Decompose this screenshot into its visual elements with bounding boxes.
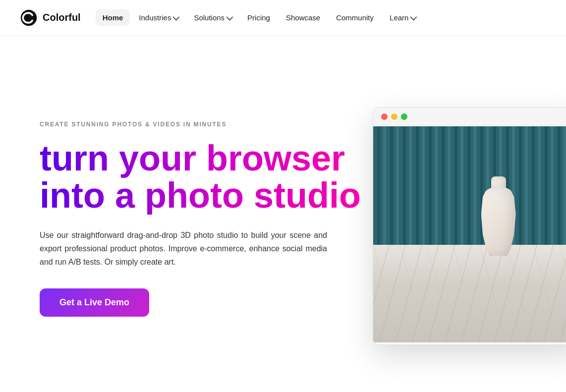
nav-link-showcase[interactable]: Showcase <box>279 9 327 26</box>
browser-window <box>373 107 566 345</box>
navbar: Colorful Home Industries Solutions Prici… <box>0 0 566 36</box>
hero-eyebrow: CREATE STUNNING PHOTOS & VIDEOS IN MINUT… <box>40 121 377 128</box>
brand-logo-icon <box>20 9 38 27</box>
chevron-down-icon <box>173 13 180 20</box>
product-scene <box>373 126 566 342</box>
nav-links: Home Industries Solutions Pricing Showca… <box>96 9 423 26</box>
nav-link-solutions[interactable]: Solutions <box>187 9 238 26</box>
brand-name: Colorful <box>43 12 81 23</box>
nav-link-home[interactable]: Home <box>96 9 130 26</box>
nav-item-pricing[interactable]: Pricing <box>240 9 277 26</box>
scene-floor <box>373 245 566 342</box>
browser-maximize-dot <box>401 113 407 120</box>
svg-point-1 <box>31 16 34 19</box>
nav-item-showcase[interactable]: Showcase <box>279 9 327 26</box>
nav-link-learn[interactable]: Learn <box>383 9 422 26</box>
browser-minimize-dot <box>391 113 397 120</box>
browser-close-dot <box>381 113 388 120</box>
chevron-down-icon <box>226 13 233 20</box>
hero-headline-line1: turn your browser <box>40 138 345 178</box>
nav-item-learn[interactable]: Learn <box>383 9 422 26</box>
nav-item-home[interactable]: Home <box>96 9 130 26</box>
nav-item-community[interactable]: Community <box>329 9 381 26</box>
chevron-down-icon <box>410 13 417 20</box>
browser-titlebar <box>373 108 566 126</box>
hero-description: Use our straightforward drag-and-drop 3D… <box>40 228 327 269</box>
nav-logo[interactable]: Colorful <box>20 9 81 27</box>
vase-object <box>479 176 518 256</box>
hero-headline-line2: into a photo studio <box>40 175 361 215</box>
vase-body <box>481 186 516 256</box>
browser-content <box>373 126 566 342</box>
hero-section: CREATE STUNNING PHOTOS & VIDEOS IN MINUT… <box>0 36 566 392</box>
nav-link-industries[interactable]: Industries <box>132 9 185 26</box>
hero-browser-mockup <box>373 107 566 345</box>
hero-headline: turn your browser into a photo studio <box>40 140 377 215</box>
nav-link-pricing[interactable]: Pricing <box>240 9 277 26</box>
get-demo-button[interactable]: Get a Live Demo <box>40 288 149 317</box>
nav-item-industries[interactable]: Industries <box>132 9 185 26</box>
hero-content: CREATE STUNNING PHOTOS & VIDEOS IN MINUT… <box>40 121 377 317</box>
nav-link-community[interactable]: Community <box>329 9 381 26</box>
nav-item-solutions[interactable]: Solutions <box>187 9 238 26</box>
